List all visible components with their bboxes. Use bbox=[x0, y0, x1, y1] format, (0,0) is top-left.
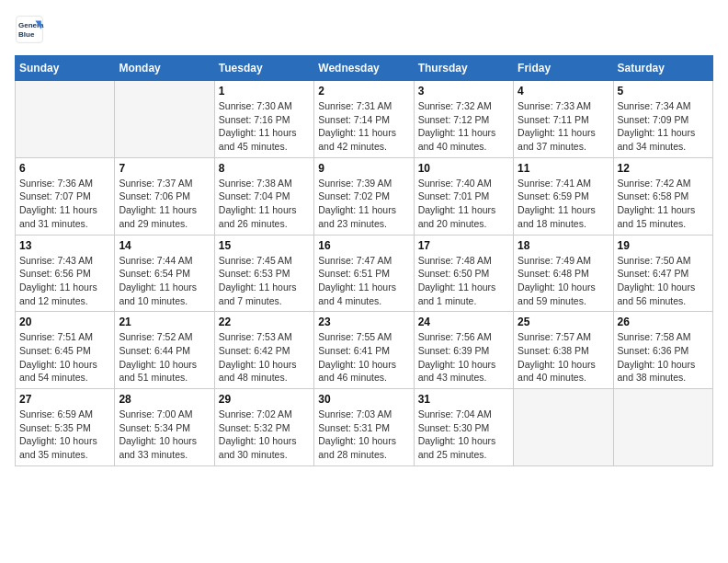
calendar-cell: 4Sunrise: 7:33 AM Sunset: 7:11 PM Daylig… bbox=[514, 81, 613, 158]
day-header-sunday: Sunday bbox=[16, 56, 115, 81]
day-info: Sunrise: 7:56 AM Sunset: 6:39 PM Dayligh… bbox=[418, 330, 509, 385]
day-info: Sunrise: 7:38 AM Sunset: 7:04 PM Dayligh… bbox=[219, 177, 310, 231]
svg-text:Blue: Blue bbox=[18, 30, 35, 39]
calendar-cell: 3Sunrise: 7:32 AM Sunset: 7:12 PM Daylig… bbox=[414, 81, 513, 158]
day-number: 7 bbox=[119, 162, 210, 175]
calendar-cell: 30Sunrise: 7:03 AM Sunset: 5:31 PM Dayli… bbox=[314, 389, 414, 466]
calendar-cell: 21Sunrise: 7:52 AM Sunset: 6:44 PM Dayli… bbox=[115, 312, 214, 389]
logo: General Blue bbox=[15, 15, 44, 44]
day-info: Sunrise: 7:50 AM Sunset: 6:47 PM Dayligh… bbox=[618, 254, 709, 308]
day-number: 12 bbox=[618, 162, 709, 175]
day-number: 10 bbox=[418, 162, 509, 175]
calendar-cell: 29Sunrise: 7:02 AM Sunset: 5:32 PM Dayli… bbox=[214, 389, 313, 466]
day-header-friday: Friday bbox=[514, 56, 613, 81]
calendar-cell: 7Sunrise: 7:37 AM Sunset: 7:06 PM Daylig… bbox=[115, 157, 214, 235]
day-number: 29 bbox=[219, 393, 310, 406]
day-info: Sunrise: 7:41 AM Sunset: 6:59 PM Dayligh… bbox=[518, 177, 609, 231]
day-number: 14 bbox=[119, 239, 210, 252]
day-info: Sunrise: 7:37 AM Sunset: 7:06 PM Dayligh… bbox=[119, 177, 210, 231]
day-number: 19 bbox=[618, 239, 709, 252]
day-info: Sunrise: 7:34 AM Sunset: 7:09 PM Dayligh… bbox=[618, 99, 709, 154]
calendar-cell: 27Sunrise: 6:59 AM Sunset: 5:35 PM Dayli… bbox=[16, 389, 115, 466]
day-info: Sunrise: 7:45 AM Sunset: 6:53 PM Dayligh… bbox=[219, 254, 310, 308]
calendar-cell: 25Sunrise: 7:57 AM Sunset: 6:38 PM Dayli… bbox=[514, 312, 613, 389]
day-number: 30 bbox=[318, 393, 409, 406]
calendar-cell bbox=[613, 389, 712, 466]
calendar-cell: 1Sunrise: 7:30 AM Sunset: 7:16 PM Daylig… bbox=[214, 81, 313, 158]
day-number: 18 bbox=[518, 239, 609, 252]
day-info: Sunrise: 7:00 AM Sunset: 5:34 PM Dayligh… bbox=[119, 408, 210, 462]
day-number: 22 bbox=[219, 316, 310, 328]
calendar-cell: 26Sunrise: 7:58 AM Sunset: 6:36 PM Dayli… bbox=[613, 312, 712, 389]
day-info: Sunrise: 7:36 AM Sunset: 7:07 PM Dayligh… bbox=[19, 177, 110, 231]
day-info: Sunrise: 7:04 AM Sunset: 5:30 PM Dayligh… bbox=[418, 408, 509, 462]
calendar-cell bbox=[115, 81, 214, 158]
day-number: 23 bbox=[318, 316, 409, 328]
day-info: Sunrise: 7:43 AM Sunset: 6:56 PM Dayligh… bbox=[19, 254, 110, 308]
day-info: Sunrise: 7:32 AM Sunset: 7:12 PM Dayligh… bbox=[418, 99, 509, 154]
week-row-2: 6Sunrise: 7:36 AM Sunset: 7:07 PM Daylig… bbox=[16, 157, 713, 235]
day-info: Sunrise: 7:55 AM Sunset: 6:41 PM Dayligh… bbox=[318, 330, 409, 385]
day-info: Sunrise: 7:02 AM Sunset: 5:32 PM Dayligh… bbox=[219, 408, 310, 462]
calendar-cell: 17Sunrise: 7:48 AM Sunset: 6:50 PM Dayli… bbox=[414, 235, 513, 312]
day-number: 4 bbox=[518, 85, 609, 98]
day-number: 8 bbox=[219, 162, 310, 175]
day-info: Sunrise: 7:52 AM Sunset: 6:44 PM Dayligh… bbox=[119, 330, 210, 385]
calendar-cell: 18Sunrise: 7:49 AM Sunset: 6:48 PM Dayli… bbox=[514, 235, 613, 312]
calendar-cell: 13Sunrise: 7:43 AM Sunset: 6:56 PM Dayli… bbox=[16, 235, 115, 312]
calendar-cell bbox=[16, 81, 115, 158]
day-info: Sunrise: 7:42 AM Sunset: 6:58 PM Dayligh… bbox=[618, 177, 709, 231]
day-info: Sunrise: 7:57 AM Sunset: 6:38 PM Dayligh… bbox=[518, 330, 609, 385]
day-number: 5 bbox=[618, 85, 709, 98]
day-header-saturday: Saturday bbox=[613, 56, 712, 81]
calendar-cell: 16Sunrise: 7:47 AM Sunset: 6:51 PM Dayli… bbox=[314, 235, 414, 312]
day-number: 6 bbox=[19, 162, 110, 175]
day-number: 27 bbox=[19, 393, 110, 406]
day-info: Sunrise: 7:31 AM Sunset: 7:14 PM Dayligh… bbox=[318, 99, 409, 154]
day-info: Sunrise: 7:58 AM Sunset: 6:36 PM Dayligh… bbox=[618, 330, 709, 385]
day-info: Sunrise: 7:40 AM Sunset: 7:01 PM Dayligh… bbox=[418, 177, 509, 231]
day-number: 31 bbox=[418, 393, 509, 406]
day-info: Sunrise: 7:47 AM Sunset: 6:51 PM Dayligh… bbox=[318, 254, 409, 308]
calendar-cell: 5Sunrise: 7:34 AM Sunset: 7:09 PM Daylig… bbox=[613, 81, 712, 158]
day-number: 9 bbox=[318, 162, 409, 175]
week-row-3: 13Sunrise: 7:43 AM Sunset: 6:56 PM Dayli… bbox=[16, 235, 713, 312]
calendar-cell bbox=[514, 389, 613, 466]
day-number: 28 bbox=[119, 393, 210, 406]
day-info: Sunrise: 7:48 AM Sunset: 6:50 PM Dayligh… bbox=[418, 254, 509, 308]
day-number: 25 bbox=[518, 316, 609, 328]
calendar-cell: 11Sunrise: 7:41 AM Sunset: 6:59 PM Dayli… bbox=[514, 157, 613, 235]
day-number: 20 bbox=[19, 316, 110, 328]
week-row-1: 1Sunrise: 7:30 AM Sunset: 7:16 PM Daylig… bbox=[16, 81, 713, 158]
calendar-cell: 31Sunrise: 7:04 AM Sunset: 5:30 PM Dayli… bbox=[414, 389, 513, 466]
day-info: Sunrise: 7:44 AM Sunset: 6:54 PM Dayligh… bbox=[119, 254, 210, 308]
page-header: General Blue bbox=[15, 15, 713, 44]
day-info: Sunrise: 7:49 AM Sunset: 6:48 PM Dayligh… bbox=[518, 254, 609, 308]
day-number: 16 bbox=[318, 239, 409, 252]
day-number: 2 bbox=[318, 85, 409, 98]
day-number: 13 bbox=[19, 239, 110, 252]
week-row-5: 27Sunrise: 6:59 AM Sunset: 5:35 PM Dayli… bbox=[16, 389, 713, 466]
day-info: Sunrise: 6:59 AM Sunset: 5:35 PM Dayligh… bbox=[19, 408, 110, 462]
day-info: Sunrise: 7:53 AM Sunset: 6:42 PM Dayligh… bbox=[219, 330, 310, 385]
day-header-thursday: Thursday bbox=[414, 56, 513, 81]
calendar-cell: 23Sunrise: 7:55 AM Sunset: 6:41 PM Dayli… bbox=[314, 312, 414, 389]
calendar-cell: 28Sunrise: 7:00 AM Sunset: 5:34 PM Dayli… bbox=[115, 389, 214, 466]
calendar-cell: 20Sunrise: 7:51 AM Sunset: 6:45 PM Dayli… bbox=[16, 312, 115, 389]
day-info: Sunrise: 7:51 AM Sunset: 6:45 PM Dayligh… bbox=[19, 330, 110, 385]
week-row-4: 20Sunrise: 7:51 AM Sunset: 6:45 PM Dayli… bbox=[16, 312, 713, 389]
calendar-cell: 12Sunrise: 7:42 AM Sunset: 6:58 PM Dayli… bbox=[613, 157, 712, 235]
day-info: Sunrise: 7:39 AM Sunset: 7:02 PM Dayligh… bbox=[318, 177, 409, 231]
calendar-cell: 8Sunrise: 7:38 AM Sunset: 7:04 PM Daylig… bbox=[214, 157, 313, 235]
calendar-table: SundayMondayTuesdayWednesdayThursdayFrid… bbox=[15, 55, 713, 466]
calendar-cell: 22Sunrise: 7:53 AM Sunset: 6:42 PM Dayli… bbox=[214, 312, 313, 389]
day-number: 24 bbox=[418, 316, 509, 328]
logo-icon: General Blue bbox=[15, 15, 44, 44]
day-number: 15 bbox=[219, 239, 310, 252]
calendar-header-row: SundayMondayTuesdayWednesdayThursdayFrid… bbox=[16, 56, 713, 81]
calendar-cell: 24Sunrise: 7:56 AM Sunset: 6:39 PM Dayli… bbox=[414, 312, 513, 389]
day-number: 1 bbox=[219, 85, 310, 98]
day-info: Sunrise: 7:30 AM Sunset: 7:16 PM Dayligh… bbox=[219, 99, 310, 154]
day-number: 3 bbox=[418, 85, 509, 98]
calendar-cell: 6Sunrise: 7:36 AM Sunset: 7:07 PM Daylig… bbox=[16, 157, 115, 235]
